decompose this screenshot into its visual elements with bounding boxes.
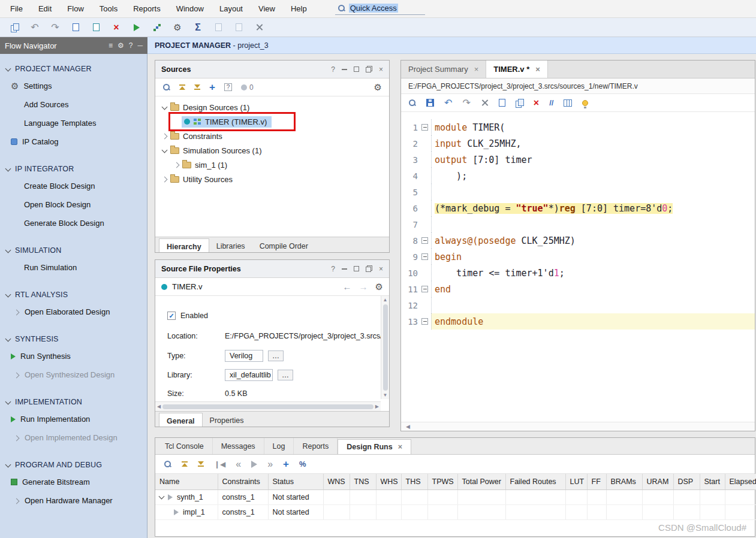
col-whs[interactable]: WHS <box>376 474 401 489</box>
scrollbar-thumb[interactable] <box>383 304 388 391</box>
search-icon[interactable] <box>164 460 171 468</box>
sidebar-item-add-sources[interactable]: Add Sources <box>0 95 147 114</box>
col-uram[interactable]: URAM <box>642 474 673 489</box>
vertical-scrollbar[interactable]: ▲ ▼ <box>381 296 389 399</box>
reset-runs-icon[interactable]: ❙◀ <box>214 461 225 468</box>
delete-icon[interactable]: × <box>112 22 121 33</box>
collapse-all-icon[interactable] <box>179 84 185 90</box>
scroll-left-icon[interactable]: ◀ <box>157 404 161 409</box>
tab-project-summary[interactable]: Project Summary × <box>401 61 486 78</box>
col-ff[interactable]: FF <box>587 474 606 489</box>
menu-edit[interactable]: Edit <box>31 0 59 17</box>
sidebar-item-open-block-design[interactable]: Open Block Design <box>0 195 147 214</box>
scroll-down-icon[interactable]: ▼ <box>383 392 388 398</box>
run-icon[interactable] <box>132 22 141 33</box>
forward-icon[interactable]: → <box>359 282 368 292</box>
delete-icon[interactable]: × <box>534 98 539 108</box>
sidebar-item-generate-block-design[interactable]: Generate Block Design <box>0 214 147 232</box>
sidebar-item-open-elaborated-design[interactable]: Open Elaborated Design <box>0 303 147 321</box>
float-icon[interactable] <box>366 265 372 272</box>
col-lut[interactable]: LUT <box>565 474 587 489</box>
fold-collapse-icon[interactable] <box>421 253 428 260</box>
tab-tcl-console[interactable]: Tcl Console <box>156 438 213 454</box>
create-run-icon[interactable]: + <box>283 459 289 469</box>
percent-icon[interactable]: % <box>299 460 306 469</box>
menu-reports[interactable]: Reports <box>125 0 168 17</box>
editor-horizontal-scrollbar[interactable]: ◀ <box>401 422 755 431</box>
copy-icon[interactable] <box>91 22 101 33</box>
clipboard-icon[interactable] <box>234 22 243 33</box>
col-tpws[interactable]: TPWS <box>427 474 457 489</box>
search-icon[interactable] <box>408 99 416 107</box>
sidebar-item-create-block-design[interactable]: Create Block Design <box>0 177 147 195</box>
code-editor[interactable]: 1 module TIMER( 2 input CLK_25MHZ, 3 out… <box>401 112 755 422</box>
library-browse-button[interactable]: … <box>278 370 293 380</box>
scroll-left-icon[interactable]: ◀ <box>406 424 410 430</box>
menu-window[interactable]: Window <box>168 0 212 17</box>
scroll-up-icon[interactable]: ▲ <box>383 297 388 303</box>
sidebar-item-run-implementation[interactable]: Run Implementation <box>0 410 147 428</box>
tab-libraries[interactable]: Libraries <box>209 237 252 252</box>
tab-hierarchy[interactable]: Hierarchy <box>159 238 209 252</box>
tab-general[interactable]: General <box>159 413 203 427</box>
menu-help[interactable]: Help <box>283 0 315 17</box>
report-icon[interactable] <box>71 22 80 33</box>
tree-item-utility-sources[interactable]: Utility Sources <box>155 172 389 186</box>
col-elapsed[interactable]: Elapsed <box>725 474 756 489</box>
navigator-minimize-icon[interactable]: ─ <box>137 41 143 50</box>
sidebar-item-run-simulation[interactable]: Run Simulation <box>0 258 147 277</box>
search-icon[interactable] <box>162 83 170 91</box>
tree-item-design-sources[interactable]: Design Sources (1) <box>155 100 389 114</box>
close-icon[interactable]: × <box>474 65 479 74</box>
col-failed-routes[interactable]: Failed Routes <box>505 474 565 489</box>
expand-all-icon[interactable] <box>198 461 204 467</box>
minimize-icon[interactable] <box>342 268 347 270</box>
type-value[interactable]: Verilog <box>225 350 263 362</box>
sources-settings-icon[interactable]: ⚙ <box>374 83 382 92</box>
quick-access-search[interactable]: Quick Access <box>335 2 425 15</box>
help-icon[interactable]: ? <box>331 65 335 74</box>
tree-item-timer[interactable]: TIMER (TIMER.v) <box>155 114 389 129</box>
scroll-right-icon[interactable]: ▶ <box>375 404 379 409</box>
scrollbar-thumb[interactable] <box>162 404 374 409</box>
type-browse-button[interactable]: … <box>268 350 284 361</box>
undo-icon[interactable]: ↶ <box>30 22 40 33</box>
tab-compile-order[interactable]: Compile Order <box>252 237 315 252</box>
tab-reports[interactable]: Reports <box>294 438 338 454</box>
sidebar-item-generate-bitstream[interactable]: Generate Bitstream <box>0 473 147 491</box>
debug-tools-icon[interactable] <box>254 22 264 33</box>
chevron-down-icon[interactable] <box>162 104 168 110</box>
fold-collapse-icon[interactable] <box>421 237 428 244</box>
navigator-help-icon[interactable]: ? <box>129 41 133 50</box>
tab-messages[interactable]: Messages <box>213 438 264 454</box>
close-icon[interactable]: × <box>379 65 383 74</box>
fn-header-implementation[interactable]: IMPLEMENTATION <box>0 394 147 410</box>
cut-icon[interactable] <box>481 99 489 107</box>
step-forward-icon[interactable]: » <box>267 460 273 469</box>
enabled-checkbox[interactable]: ✓ <box>167 312 176 320</box>
redo-icon[interactable]: ↷ <box>462 98 470 108</box>
fn-header-program-and-debug[interactable]: PROGRAM AND DEBUG <box>0 457 147 473</box>
fn-header-project-manager[interactable]: PROJECT MANAGER <box>0 61 147 77</box>
maximize-icon[interactable] <box>354 67 359 72</box>
chevron-right-icon[interactable] <box>162 177 168 183</box>
col-total-power[interactable]: Total Power <box>457 474 505 489</box>
col-brams[interactable]: BRAMs <box>606 474 642 489</box>
fn-header-simulation[interactable]: SIMULATION <box>0 243 147 258</box>
navigator-gear-icon[interactable]: ⚙ <box>118 41 124 50</box>
tab-design-runs[interactable]: Design Runs × <box>338 439 411 454</box>
tab-properties[interactable]: Properties <box>203 412 251 427</box>
col-constraints[interactable]: Constraints <box>218 474 268 489</box>
paste-icon[interactable] <box>516 99 523 107</box>
undo-icon[interactable]: ↶ <box>444 98 452 108</box>
fold-end-icon[interactable] <box>421 286 428 292</box>
toggle-columns-icon[interactable] <box>564 99 572 107</box>
menu-tools[interactable]: Tools <box>92 0 125 17</box>
tree-item-constraints[interactable]: Constraints <box>155 129 389 143</box>
copy-icon[interactable] <box>499 99 505 107</box>
fn-header-ip-integrator[interactable]: IP INTEGRATOR <box>0 161 147 177</box>
chevron-down-icon[interactable] <box>162 147 168 153</box>
save-project-icon[interactable] <box>10 22 19 33</box>
chevron-right-icon[interactable] <box>174 162 180 168</box>
sidebar-item-settings[interactable]: ⚙ Settings <box>0 77 147 95</box>
